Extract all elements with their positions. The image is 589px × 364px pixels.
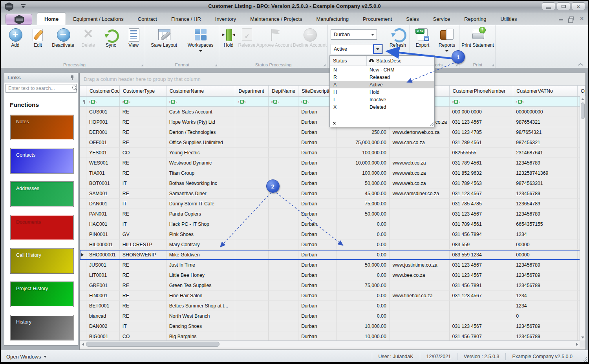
- dropdown-resize-grip[interactable]: [429, 122, 434, 126]
- cell-credit[interactable]: 45,000.00: [337, 188, 390, 199]
- column-header-deptname[interactable]: DeptName: [269, 86, 298, 96]
- status-option-new-crm[interactable]: NNew - CRM: [330, 66, 434, 73]
- row-indicator-cell[interactable]: [80, 117, 86, 127]
- cell-credit[interactable]: 75,000.00: [337, 280, 390, 291]
- cell-site[interactable]: Durban: [298, 137, 337, 148]
- cell-type[interactable]: RE: [120, 291, 166, 301]
- cell-web[interactable]: [390, 280, 450, 291]
- cell-type[interactable]: HILLCRESTP: [120, 240, 166, 250]
- row-indicator-cell[interactable]: [80, 178, 86, 188]
- cell-site[interactable]: Durban: [298, 178, 337, 188]
- quick-access-caret-icon[interactable]: [21, 4, 26, 8]
- cell-site[interactable]: Durban: [298, 148, 337, 158]
- cell-type[interactable]: RE: [120, 168, 166, 178]
- status-option-deleted[interactable]: XDeleted: [330, 103, 434, 111]
- cell-credit[interactable]: 0.00: [337, 311, 390, 321]
- search-icon[interactable]: [71, 85, 76, 91]
- cell-vat[interactable]: 123456789: [513, 280, 578, 291]
- cell-name[interactable]: Hack PC - IT Shop: [166, 219, 236, 229]
- cell-deptname[interactable]: [269, 270, 298, 280]
- cell-name[interactable]: Panda Copiers: [166, 209, 236, 219]
- cell-phone[interactable]: 031 123 4567: [450, 321, 514, 331]
- cell-deptname[interactable]: [269, 188, 298, 199]
- dialog-launcher-icon[interactable]: [323, 64, 326, 66]
- cell-dept[interactable]: [235, 260, 269, 270]
- search-input[interactable]: [6, 86, 71, 91]
- cell-type[interactable]: RE: [120, 117, 166, 127]
- cell-name[interactable]: North West Branch: [166, 311, 236, 321]
- cell-site[interactable]: Durban: [298, 301, 337, 311]
- minimize-button[interactable]: [542, 2, 555, 10]
- cell-credit[interactable]: 50,000.00: [337, 209, 390, 219]
- cell-code[interactable]: TIA001: [86, 168, 120, 178]
- cell-code[interactable]: HOP001: [86, 117, 120, 127]
- scroll-down-icon[interactable]: [580, 335, 585, 340]
- cell-vat[interactable]: 98/7654321: [513, 127, 578, 137]
- cell-vat[interactable]: 987654321: [513, 117, 578, 127]
- cell-phone[interactable]: 083 559 1234: [450, 250, 514, 260]
- status-column-header[interactable]: Status: [330, 56, 367, 66]
- cell-vat[interactable]: 00000: [513, 250, 578, 260]
- cell-web[interactable]: www.web.co.za: [390, 158, 450, 168]
- cell-deptname[interactable]: [269, 107, 298, 117]
- status-option-released[interactable]: RReleased: [330, 73, 434, 81]
- cell-deptname[interactable]: [269, 209, 298, 219]
- cell-site[interactable]: Durban: [298, 291, 337, 301]
- cell-phone[interactable]: 031 789 4561: [450, 158, 514, 168]
- cell-type[interactable]: RE: [120, 107, 166, 117]
- cell-phone[interactable]: 031 123 4567: [450, 260, 514, 270]
- scroll-right-icon[interactable]: [574, 341, 580, 348]
- row-indicator-cell[interactable]: [80, 219, 86, 229]
- hold-button[interactable]: Hold: [220, 27, 237, 48]
- table-row[interactable]: DER001REDerton / TechnologiesDurban250.0…: [80, 127, 585, 137]
- cell-type[interactable]: CO: [120, 148, 166, 158]
- cell-credit[interactable]: 250.00: [337, 127, 390, 137]
- cell-name[interactable]: Fine Hair Salon: [166, 291, 236, 301]
- cell-site[interactable]: Durban: [298, 311, 337, 321]
- row-indicator-cell[interactable]: [80, 291, 86, 301]
- cell-deptname[interactable]: [269, 291, 298, 301]
- cell-name[interactable]: Pink Shoes: [166, 229, 236, 240]
- table-row[interactable]: YES001COYoung ElectricDurban100,000.0008…: [80, 148, 585, 158]
- tab-manufacturing[interactable]: Manufacturing: [309, 13, 356, 25]
- cell-dept[interactable]: [235, 229, 269, 240]
- tab-utilities[interactable]: Utilities: [494, 13, 524, 25]
- cell-deptname[interactable]: [269, 331, 298, 340]
- cell-vat[interactable]: 0: [513, 311, 578, 321]
- cell-credit[interactable]: 0.00: [337, 270, 390, 280]
- cell-dept[interactable]: [235, 127, 269, 137]
- status-option-active[interactable]: AActive: [330, 81, 434, 88]
- tab-reporting[interactable]: Reporting: [457, 13, 493, 25]
- cell-type[interactable]: RE: [120, 209, 166, 219]
- cell-phone[interactable]: 083 559: [450, 240, 514, 250]
- resize-grip[interactable]: [582, 357, 587, 362]
- cell-vat[interactable]: 123456789: [513, 188, 578, 199]
- row-indicator-cell[interactable]: [80, 127, 86, 137]
- table-row[interactable]: DAN001ITDanny Storm IT CafeDurban75,000.…: [80, 199, 585, 209]
- tab-procurement[interactable]: Procurement: [356, 13, 399, 25]
- cell-site[interactable]: Durban: [298, 188, 337, 199]
- cell-name[interactable]: Westwood Dynamic: [166, 158, 236, 168]
- cell-phone[interactable]: 031 123 4785: [450, 127, 514, 137]
- refresh-button[interactable]: Refresh: [386, 27, 409, 48]
- function-tile-notes[interactable]: Notes: [10, 115, 74, 140]
- cell-type[interactable]: IT: [120, 219, 166, 229]
- cell-dept[interactable]: [235, 311, 269, 321]
- cell-code[interactable]: BOT0001: [86, 178, 120, 188]
- cell-phone[interactable]: 031 456 7807: [450, 331, 514, 340]
- cell-code[interactable]: HAC001: [86, 219, 120, 229]
- cell-name[interactable]: Danny Storm IT Cafe: [166, 199, 236, 209]
- cell-deptname[interactable]: [269, 117, 298, 127]
- cell-code[interactable]: DAN001: [86, 199, 120, 209]
- cell-code[interactable]: CUS001: [86, 107, 120, 117]
- cell-vat[interactable]: 123456789: [513, 158, 578, 168]
- row-indicator-cell[interactable]: [80, 250, 86, 260]
- cell-type[interactable]: CO: [120, 331, 166, 340]
- cell-credit[interactable]: 0.00: [337, 301, 390, 311]
- row-indicator-cell[interactable]: [80, 148, 86, 158]
- cell-deptname[interactable]: [269, 137, 298, 148]
- statusdesc-column-header[interactable]: StatusDesc: [367, 56, 434, 66]
- cell-phone[interactable]: [450, 301, 514, 311]
- cell-site[interactable]: Durban: [298, 240, 337, 250]
- cell-code[interactable]: SHO000001: [86, 250, 120, 260]
